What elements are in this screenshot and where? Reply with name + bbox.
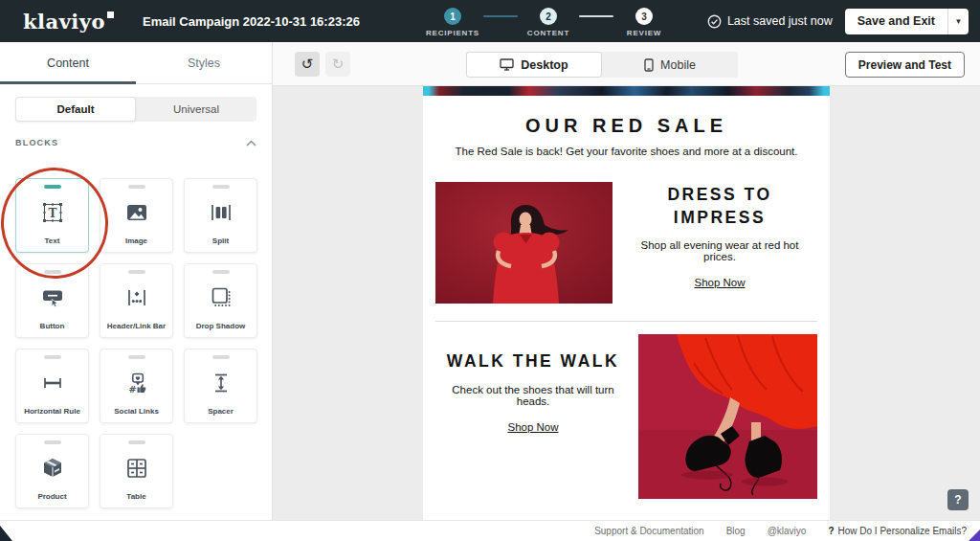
email-section-walk[interactable]: WALK THE WALK Check out the shoes that w… — [423, 334, 830, 499]
block-mode-toggle: Default Universal — [15, 97, 256, 122]
block-table[interactable]: Table — [100, 434, 173, 508]
redo-button[interactable]: ↻ — [325, 52, 350, 77]
tab-styles[interactable]: Styles — [136, 42, 272, 83]
editor-main: ↺ ↻ Desktop Mobile Preview and Test OUR … — [273, 42, 980, 520]
save-status: Last saved just now — [707, 14, 833, 29]
email-divider[interactable] — [435, 321, 817, 322]
block-horizontal-rule[interactable]: Horizontal Rule — [15, 349, 89, 423]
section-title[interactable]: WALK THE WALK — [437, 350, 629, 373]
undo-button[interactable]: ↺ — [295, 52, 320, 77]
drop-shadow-icon — [208, 274, 234, 322]
step-content-circle: 2 — [540, 8, 557, 25]
section-body[interactable]: Check out the shoes that will turn heads… — [437, 384, 629, 407]
section-title[interactable]: DRESS TO IMPRESS — [626, 184, 813, 229]
block-header-link-bar[interactable]: Header/Link Bar — [100, 263, 173, 338]
tab-content[interactable]: Content — [0, 42, 136, 83]
email-subheading[interactable]: The Red Sale is back! Get your favorite … — [423, 146, 830, 157]
spacer-icon — [208, 359, 234, 407]
saved-check-icon — [707, 14, 722, 29]
step-review[interactable]: 3 REVIEW — [613, 8, 675, 37]
collapse-chevron-icon[interactable] — [246, 140, 256, 147]
shop-now-link[interactable]: Shop Now — [694, 277, 745, 288]
block-image[interactable]: Image — [100, 178, 173, 253]
sidebar: Content Styles Default Universal BLOCKS … — [0, 42, 273, 520]
shop-now-link[interactable]: Shop Now — [507, 421, 558, 433]
question-mark-icon: ? — [828, 526, 834, 536]
top-bar: klaviyo Email Campaign 2022-10-31 16:23:… — [0, 0, 980, 42]
block-split[interactable]: Split — [184, 178, 257, 253]
corner-artifact — [969, 530, 980, 541]
step-connector-todo — [579, 15, 613, 17]
mode-universal[interactable]: Universal — [136, 97, 256, 122]
block-button[interactable]: Button — [15, 263, 89, 338]
email-header-banner-image[interactable] — [423, 86, 830, 96]
blocks-grid: T Text Image Split Button — [15, 178, 257, 508]
image-icon — [123, 189, 150, 237]
save-and-exit-dropdown[interactable]: ▼ — [948, 9, 969, 34]
mobile-icon — [644, 58, 654, 72]
save-and-exit-split-button: Save and Exit ▼ — [845, 9, 969, 34]
campaign-title: Email Campaign 2022-10-31 16:23:26 — [143, 14, 360, 29]
redo-icon: ↻ — [332, 56, 345, 73]
stepper: 1 RECIPIENTS 2 CONTENT 3 REVIEW — [422, 8, 675, 37]
svg-text:T: T — [48, 207, 56, 220]
klaviyo-logo[interactable]: klaviyo — [23, 10, 114, 34]
device-view-toggle: Desktop Mobile — [466, 52, 738, 78]
sidebar-tabs: Content Styles — [0, 42, 272, 84]
desktop-view-button[interactable]: Desktop — [466, 52, 602, 78]
footer-bar: Support & Documentation Blog @klaviyo ?H… — [0, 520, 980, 541]
personalize-emails-help-link[interactable]: ?How Do I Personalize Emails? — [828, 526, 967, 536]
undo-icon: ↺ — [301, 56, 314, 73]
save-and-exit-button[interactable]: Save and Exit — [845, 9, 948, 34]
horizontal-rule-icon — [39, 359, 66, 407]
footer-link-support[interactable]: Support & Documentation — [594, 526, 704, 536]
step-connector-done — [483, 15, 518, 17]
step-recipients-circle: 1 — [444, 8, 461, 25]
table-icon — [123, 444, 150, 492]
block-text[interactable]: T Text — [15, 178, 89, 253]
desktop-icon — [500, 58, 514, 71]
woman-in-red-dress-image[interactable] — [435, 182, 612, 304]
email-canvas[interactable]: OUR RED SALE The Red Sale is back! Get y… — [273, 86, 980, 520]
social-links-icon: # — [123, 359, 150, 407]
footer-link-klaviyo[interactable]: @klaviyo — [768, 526, 807, 536]
cursor-artifact — [0, 526, 12, 541]
section-body[interactable]: Shop all evening wear at red hot prices. — [626, 239, 813, 262]
email-heading[interactable]: OUR RED SALE — [423, 115, 830, 137]
footer-link-blog[interactable]: Blog — [726, 526, 746, 536]
block-product[interactable]: Product — [15, 434, 89, 508]
mobile-view-button[interactable]: Mobile — [602, 52, 738, 78]
active-tab-underline — [0, 81, 136, 84]
svg-text:#: # — [128, 384, 136, 394]
button-icon — [39, 274, 66, 322]
mode-default[interactable]: Default — [15, 97, 136, 122]
step-content[interactable]: 2 CONTENT — [518, 8, 579, 37]
email-section-dress[interactable]: DRESS TO IMPRESS Shop all evening wear a… — [423, 182, 830, 304]
preview-and-test-button[interactable]: Preview and Test — [845, 52, 965, 78]
blocks-header: BLOCKS — [15, 138, 256, 147]
block-drop-shadow[interactable]: Drop Shadow — [184, 263, 257, 338]
step-recipients[interactable]: 1 RECIPIENTS — [422, 8, 483, 37]
editor-toolbar: ↺ ↻ Desktop Mobile Preview and Test — [273, 42, 980, 86]
email-preview[interactable]: OUR RED SALE The Red Sale is back! Get y… — [423, 86, 830, 520]
red-skirt-black-boots-image[interactable] — [638, 334, 817, 499]
klaviyo-logo-flag-icon — [107, 11, 114, 18]
split-icon — [208, 189, 234, 237]
step-review-circle: 3 — [635, 8, 653, 25]
block-spacer[interactable]: Spacer — [184, 349, 257, 423]
header-link-bar-icon — [123, 274, 150, 322]
help-button[interactable]: ? — [947, 489, 969, 510]
chevron-down-icon: ▼ — [955, 17, 963, 26]
product-icon — [39, 444, 66, 492]
text-icon: T — [39, 189, 66, 237]
block-social-links[interactable]: # Social Links — [100, 349, 173, 423]
